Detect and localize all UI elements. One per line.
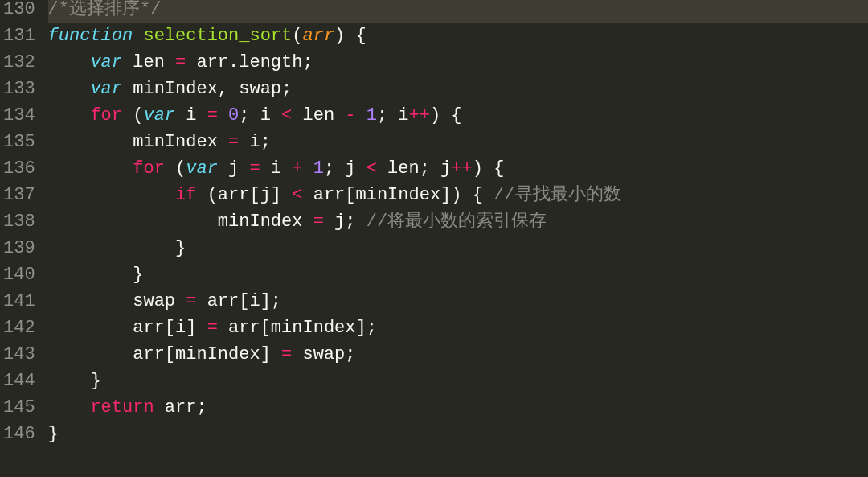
token-punct: ) { xyxy=(334,26,366,46)
code-line[interactable]: arr[minIndex] = swap; xyxy=(48,341,868,368)
token-param: arr xyxy=(302,26,334,46)
token-operator: = xyxy=(281,344,292,364)
code-line[interactable]: minIndex = i; xyxy=(48,129,868,155)
token-operator: = xyxy=(207,318,218,338)
code-line[interactable]: } xyxy=(48,421,868,447)
token-punct: arr[i]; xyxy=(196,291,281,311)
token-operator: < xyxy=(292,185,302,205)
token-punct: len xyxy=(292,105,345,125)
line-number: 134 xyxy=(3,102,35,129)
token-punct: len xyxy=(122,52,175,72)
line-number: 142 xyxy=(3,315,35,341)
line-number: 141 xyxy=(3,288,35,315)
token-comment: /*选择排序*/ xyxy=(48,0,162,19)
token-punct: arr[minIndex]) { xyxy=(302,185,493,205)
token-keyword2: for xyxy=(133,158,165,179)
token-punct: minIndex xyxy=(48,132,228,152)
token-punct xyxy=(302,158,313,179)
token-punct: ) { xyxy=(430,105,462,125)
code-area[interactable]: /*选择排序*/function selection_sort(arr) { v… xyxy=(42,0,868,477)
token-punct xyxy=(48,105,91,125)
code-line[interactable]: var len = arr.length; xyxy=(48,49,868,76)
token-keyword2: if xyxy=(175,185,196,205)
code-editor[interactable]: 1291301311321331341351361371381391401411… xyxy=(0,0,868,477)
token-punct xyxy=(356,105,366,125)
line-number: 140 xyxy=(3,261,35,288)
token-punct: i xyxy=(175,105,207,125)
token-operator: = xyxy=(175,52,186,72)
token-comment: //将最小数的索引保存 xyxy=(366,212,547,232)
token-operator: + xyxy=(292,158,302,179)
token-punct: i xyxy=(260,158,293,179)
token-punct: } xyxy=(48,424,59,444)
code-line[interactable]: for (var j = i + 1; j < len; j++) { xyxy=(48,155,868,182)
line-number: 145 xyxy=(3,394,35,421)
code-line[interactable]: arr[i] = arr[minIndex]; xyxy=(48,315,868,341)
token-keyword: var xyxy=(90,52,122,72)
token-number: 0 xyxy=(228,105,239,125)
token-punct: swap; xyxy=(292,344,355,364)
token-punct: len; j xyxy=(377,158,451,179)
token-punct: arr[minIndex] xyxy=(48,344,281,364)
token-punct xyxy=(48,158,133,179)
line-number: 131 xyxy=(3,23,35,49)
token-number: 1 xyxy=(313,158,324,179)
token-operator: - xyxy=(345,105,355,125)
code-line[interactable]: function selection_sort(arr) { xyxy=(48,23,868,49)
line-number: 143 xyxy=(3,341,35,368)
token-punct xyxy=(48,185,175,205)
code-line[interactable]: return arr; xyxy=(48,394,868,421)
token-punct xyxy=(48,52,91,72)
token-keyword: function xyxy=(48,26,133,46)
token-operator: < xyxy=(281,105,292,125)
token-punct xyxy=(48,397,91,417)
line-number: 144 xyxy=(3,368,35,394)
line-number: 138 xyxy=(3,208,35,235)
code-line[interactable]: for (var i = 0; i < len - 1; i++) { xyxy=(48,102,868,129)
token-punct: ( xyxy=(165,158,186,179)
token-keyword2: return xyxy=(90,397,154,417)
token-punct: ) { xyxy=(473,158,505,179)
code-line[interactable]: } xyxy=(48,261,868,288)
code-line[interactable]: swap = arr[i]; xyxy=(48,288,868,315)
code-line[interactable]: } xyxy=(48,235,868,261)
code-line[interactable]: /*选择排序*/ xyxy=(48,0,868,23)
token-punct: (arr[j] xyxy=(196,185,292,205)
token-operator: = xyxy=(186,291,196,311)
token-punct: } xyxy=(48,371,101,391)
token-keyword: var xyxy=(143,105,175,125)
token-operator: ++ xyxy=(451,158,472,179)
token-keyword2: for xyxy=(90,105,122,125)
token-punct xyxy=(48,79,91,99)
token-punct xyxy=(218,105,228,125)
code-line[interactable]: } xyxy=(48,368,868,394)
token-operator: < xyxy=(366,158,377,179)
line-number: 133 xyxy=(3,76,35,102)
code-line[interactable]: if (arr[j] < arr[minIndex]) { //寻找最小的数 xyxy=(48,182,868,208)
token-operator: = xyxy=(228,132,239,152)
line-number: 139 xyxy=(3,235,35,261)
token-punct: } xyxy=(48,265,144,285)
line-number: 135 xyxy=(3,129,35,155)
code-line[interactable]: var minIndex, swap; xyxy=(48,76,868,102)
token-operator: ++ xyxy=(409,105,430,125)
token-punct: arr[i] xyxy=(48,318,207,338)
line-number: 130 xyxy=(3,0,35,23)
token-funcname: selection_sort xyxy=(143,26,292,46)
token-punct: arr; xyxy=(154,397,207,417)
token-punct: ; i xyxy=(377,105,409,125)
line-number-gutter: 1291301311321331341351361371381391401411… xyxy=(0,0,42,477)
token-punct: } xyxy=(48,238,186,258)
token-operator: = xyxy=(249,158,260,179)
token-punct: ; j xyxy=(324,158,366,179)
token-operator: = xyxy=(313,212,324,232)
token-punct xyxy=(133,26,143,46)
token-punct: arr.length; xyxy=(186,52,313,72)
code-line[interactable]: minIndex = j; //将最小数的索引保存 xyxy=(48,208,868,235)
token-number: 1 xyxy=(366,105,377,125)
token-punct: j xyxy=(218,158,250,179)
line-number: 136 xyxy=(3,155,35,182)
line-number: 132 xyxy=(3,49,35,76)
token-operator: = xyxy=(207,105,218,125)
token-punct: minIndex, swap; xyxy=(122,79,292,99)
